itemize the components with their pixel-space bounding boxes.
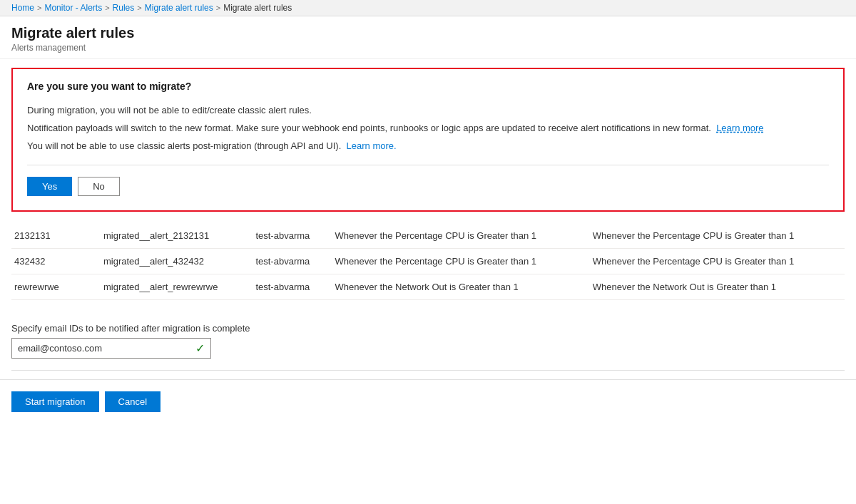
yes-button[interactable]: Yes [27, 177, 72, 196]
email-section: Specify email IDs to be notified after m… [11, 323, 845, 371]
breadcrumb-sep-1: > [37, 4, 41, 12]
email-label: Specify email IDs to be notified after m… [11, 323, 845, 334]
table-cell-col5: Whenever the Percentage CPU is Greater t… [587, 223, 845, 249]
action-bar: Start migration Cancel [0, 379, 856, 423]
breadcrumb-sep-4: > [216, 4, 220, 12]
table-cell-col4: Whenever the Network Out is Greater than… [330, 274, 587, 300]
table-cell-col5: Whenever the Network Out is Greater than… [587, 274, 845, 300]
table-cell-col3: test-abvarma [250, 274, 329, 300]
page-subtitle: Alerts management [11, 43, 845, 53]
breadcrumb-current: Migrate alert rules [223, 3, 292, 13]
table-row: 2132131migrated__alert_2132131test-abvar… [11, 223, 845, 249]
table-cell-col3: test-abvarma [250, 223, 329, 249]
page-title: Migrate alert rules [11, 25, 845, 41]
page-header: Migrate alert rules Alerts management [0, 16, 856, 59]
warning-body: During migration, you will not be able t… [27, 103, 829, 153]
warning-title: Are you sure you want to migrate? [27, 81, 829, 92]
breadcrumb-rules[interactable]: Rules [113, 3, 135, 13]
table-cell-col3: test-abvarma [250, 249, 329, 274]
table-cell-col1: rewrewrwe [11, 274, 98, 300]
table-cell-col5: Whenever the Percentage CPU is Greater t… [587, 249, 845, 274]
cancel-button[interactable]: Cancel [105, 391, 160, 412]
table-cell-col2: migrated__alert_2132131 [98, 223, 250, 249]
warning-divider [27, 165, 829, 165]
check-icon: ✓ [195, 341, 205, 355]
warning-buttons: Yes No [27, 177, 829, 196]
table-cell-col4: Whenever the Percentage CPU is Greater t… [330, 249, 587, 274]
table-cell-col2: migrated__alert_rewrewrwe [98, 274, 250, 300]
alert-table: 2132131migrated__alert_2132131test-abvar… [11, 223, 845, 300]
warning-line2: Notification payloads will switch to the… [27, 121, 829, 136]
warning-box: Are you sure you want to migrate? During… [11, 68, 845, 212]
breadcrumb-migrate-alert-rules[interactable]: Migrate alert rules [145, 3, 213, 13]
warning-learn-more-1[interactable]: Learn more [716, 123, 763, 133]
breadcrumb-sep-3: > [137, 4, 141, 12]
warning-line1: During migration, you will not be able t… [27, 103, 829, 118]
table-cell-col1: 2132131 [11, 223, 98, 249]
warning-learn-more-2[interactable]: Learn more. [347, 140, 397, 151]
main-content: Are you sure you want to migrate? During… [0, 59, 856, 379]
breadcrumb-home[interactable]: Home [11, 3, 34, 13]
breadcrumb-sep-2: > [105, 4, 109, 12]
email-input[interactable] [18, 343, 195, 354]
start-migration-button[interactable]: Start migration [11, 391, 99, 412]
warning-line3: You will not be able to use classic aler… [27, 139, 829, 154]
table-cell-col1: 432432 [11, 249, 98, 274]
breadcrumb-monitor-alerts[interactable]: Monitor - Alerts [44, 3, 102, 13]
email-input-wrapper: ✓ [11, 338, 211, 359]
table-cell-col4: Whenever the Percentage CPU is Greater t… [330, 223, 587, 249]
no-button[interactable]: No [78, 177, 120, 196]
table-cell-col2: migrated__alert_432432 [98, 249, 250, 274]
breadcrumb: Home > Monitor - Alerts > Rules > Migrat… [0, 0, 856, 16]
table-row: 432432migrated__alert_432432test-abvarma… [11, 249, 845, 274]
warning-line2-prefix: Notification payloads will switch to the… [27, 123, 711, 133]
table-row: rewrewrwemigrated__alert_rewrewrwetest-a… [11, 274, 845, 300]
warning-line3-prefix: You will not be able to use classic aler… [27, 140, 341, 151]
